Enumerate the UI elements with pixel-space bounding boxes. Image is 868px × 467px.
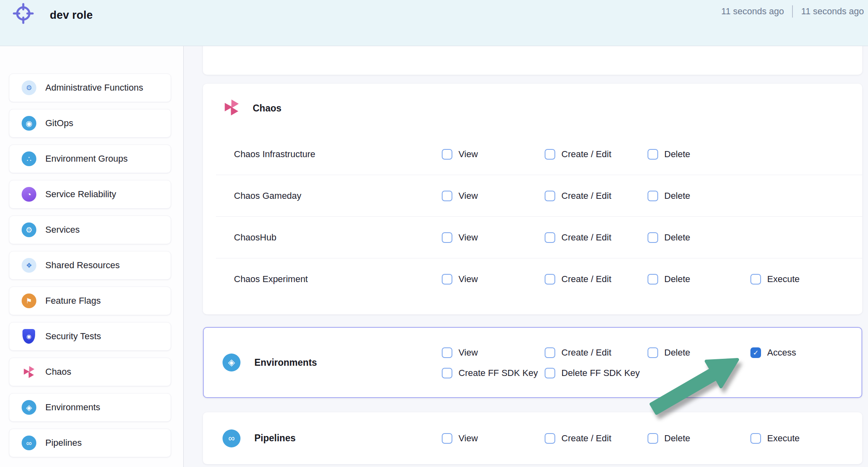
checkbox-icon[interactable]: [750, 433, 761, 444]
resource-sidebar: ⚙ Administrative Functions ◉ GitOps ∴ En…: [0, 46, 184, 467]
page-title: dev role: [50, 9, 93, 22]
gitops-icon: ◉: [22, 116, 36, 131]
checkbox-icon[interactable]: [750, 347, 761, 358]
permission-row-chaos-gameday: Chaos Gameday View Create / Edit Delete: [203, 175, 862, 216]
previous-section-card: [203, 41, 862, 75]
checkbox-icon[interactable]: [545, 347, 555, 358]
permission-create-edit[interactable]: Create / Edit: [545, 433, 648, 444]
checkbox-icon[interactable]: [442, 191, 452, 201]
role-crosshair-icon: [11, 1, 36, 28]
permission-delete[interactable]: Delete: [648, 274, 750, 285]
permission-row-environments-2: Create FF SDK Key Delete FF SDK Key: [442, 363, 853, 383]
chaos-section-card: Chaos Chaos Infrastructure View Create /…: [203, 84, 862, 314]
row-label: ChaosHub: [234, 232, 442, 243]
permission-row-chaos-experiment: Chaos Experiment View Create / Edit Dele…: [203, 258, 862, 300]
permission-view[interactable]: View: [442, 274, 545, 285]
checkbox-icon[interactable]: [545, 274, 555, 285]
permission-create-edit[interactable]: Create / Edit: [545, 347, 648, 358]
checkbox-icon[interactable]: [648, 149, 658, 160]
permission-delete[interactable]: Delete: [648, 433, 750, 444]
permission-access[interactable]: Access: [750, 347, 853, 358]
permission-view[interactable]: View: [442, 149, 545, 160]
permission-row-chaos-infrastructure: Chaos Infrastructure View Create / Edit …: [203, 133, 862, 175]
feature-flags-icon: ⚑: [22, 294, 36, 308]
row-label: Chaos Infrastructure: [234, 149, 442, 160]
checkbox-icon[interactable]: [648, 347, 658, 358]
checkbox-icon[interactable]: [648, 191, 658, 201]
checkbox-icon[interactable]: [648, 232, 658, 243]
sidebar-item-environments[interactable]: ◈ Environments: [9, 393, 171, 422]
pipelines-icon: ∞: [223, 429, 240, 447]
checkbox-icon[interactable]: [442, 149, 452, 160]
sidebar-item-shared-resources[interactable]: ❖ Shared Resources: [9, 251, 171, 280]
permission-execute[interactable]: Execute: [750, 433, 853, 444]
sidebar-item-services[interactable]: ⚙ Services: [9, 216, 171, 244]
row-label: Chaos Gameday: [234, 191, 442, 201]
service-reliability-icon: ◔: [22, 187, 36, 202]
sidebar-item-gitops[interactable]: ◉ GitOps: [9, 109, 171, 138]
checkbox-icon[interactable]: [442, 347, 452, 358]
sidebar-item-service-reliability[interactable]: ◔ Service Reliability: [9, 180, 171, 209]
checkbox-icon[interactable]: [442, 274, 452, 285]
permission-row-environments-1: View Create / Edit Delete Access: [442, 342, 853, 363]
row-label: Chaos Experiment: [234, 274, 442, 285]
checkbox-icon[interactable]: [750, 274, 761, 285]
environments-section-card[interactable]: ◈ Environments View Create / Edit Delete: [203, 327, 862, 398]
environment-groups-icon: ∴: [22, 151, 36, 166]
checkbox-icon[interactable]: [442, 232, 452, 243]
permission-delete[interactable]: Delete: [648, 191, 750, 201]
checkbox-icon[interactable]: [545, 232, 555, 243]
checkbox-icon[interactable]: [442, 433, 452, 444]
permission-create-ff-sdk-key[interactable]: Create FF SDK Key: [442, 368, 545, 378]
permissions-panel: Chaos Chaos Infrastructure View Create /…: [184, 46, 868, 467]
environments-section-title: Environments: [254, 357, 317, 368]
environments-icon: ◈: [22, 400, 36, 415]
permission-delete[interactable]: Delete: [648, 347, 750, 358]
top-header: dev role 11 seconds ago 11 seconds ago: [0, 0, 868, 46]
checkbox-icon[interactable]: [545, 433, 555, 444]
checkbox-icon[interactable]: [648, 274, 658, 285]
permission-delete[interactable]: Delete: [648, 232, 750, 243]
permission-execute[interactable]: Execute: [750, 274, 853, 285]
sidebar-item-chaos[interactable]: Chaos: [9, 358, 171, 386]
pipelines-icon: ∞: [22, 436, 36, 450]
permission-create-edit[interactable]: Create / Edit: [545, 191, 648, 201]
permission-view[interactable]: View: [442, 232, 545, 243]
checkbox-icon[interactable]: [545, 368, 555, 378]
chaos-icon: [22, 365, 36, 379]
checkbox-icon[interactable]: [545, 149, 555, 160]
sidebar-item-feature-flags[interactable]: ⚑ Feature Flags: [9, 287, 171, 315]
timestamp-divider: [792, 5, 793, 18]
pipelines-section-card: ∞ Pipelines View Create / Edit Delete Ex…: [203, 412, 862, 464]
permission-delete-ff-sdk-key[interactable]: Delete FF SDK Key: [545, 368, 648, 378]
sidebar-item-environment-groups[interactable]: ∴ Environment Groups: [9, 145, 171, 173]
chaos-section-icon: [223, 98, 240, 118]
sidebar-item-administrative-functions[interactable]: ⚙ Administrative Functions: [9, 73, 171, 102]
permission-create-edit[interactable]: Create / Edit: [545, 274, 648, 285]
permission-row-chaoshub: ChaosHub View Create / Edit Delete: [203, 217, 862, 258]
permission-delete[interactable]: Delete: [648, 149, 750, 160]
environments-icon: ◈: [223, 354, 240, 371]
permission-view[interactable]: View: [442, 433, 545, 444]
sidebar-item-pipelines[interactable]: ∞ Pipelines: [9, 429, 171, 457]
permission-create-edit[interactable]: Create / Edit: [545, 149, 648, 160]
gear-icon: ⚙: [22, 80, 36, 95]
checkbox-icon[interactable]: [545, 191, 555, 201]
timestamps: 11 seconds ago 11 seconds ago: [721, 5, 864, 18]
permission-view[interactable]: View: [442, 347, 545, 358]
timestamp-right: 11 seconds ago: [801, 6, 864, 17]
permission-view[interactable]: View: [442, 191, 545, 201]
sidebar-item-security-tests[interactable]: ◉ Security Tests: [9, 322, 171, 351]
security-tests-shield-icon: ◉: [22, 329, 35, 344]
checkbox-icon[interactable]: [648, 433, 658, 444]
shared-resources-icon: ❖: [22, 258, 36, 273]
permission-create-edit[interactable]: Create / Edit: [545, 232, 648, 243]
pipelines-section-title: Pipelines: [254, 433, 296, 444]
checkbox-icon[interactable]: [442, 368, 452, 378]
services-icon: ⚙: [22, 222, 36, 237]
chaos-section-title: Chaos: [253, 103, 281, 114]
timestamp-left: 11 seconds ago: [721, 6, 784, 17]
